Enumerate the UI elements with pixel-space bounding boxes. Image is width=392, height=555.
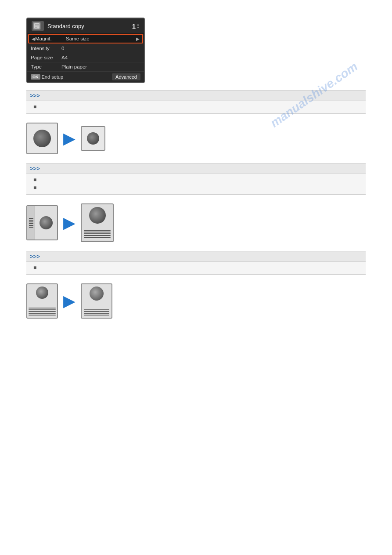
note-item-3-1: ■ <box>33 264 359 272</box>
oline-1 <box>84 309 109 310</box>
source-doc-2 <box>26 205 58 240</box>
count-arrows: ▲ ▼ <box>137 23 140 29</box>
source-circle-1 <box>33 130 51 147</box>
type-label: Type <box>31 64 61 69</box>
note-header-1: >>> <box>26 90 366 101</box>
device-screen-wrapper: Standard copy 1 ▲ ▼ ◀ Magnif. Same size <box>26 18 366 83</box>
dest-lines-3 <box>84 309 109 316</box>
cline-3 <box>84 233 111 234</box>
arrow-2: ▶ <box>63 214 76 232</box>
tl-4 <box>29 313 56 314</box>
screen-header-left: Standard copy <box>32 21 84 31</box>
source-doc-3 <box>26 283 58 319</box>
screen-footer: OK End setup Advanced <box>27 72 144 82</box>
note-item-2-1: ■ <box>33 176 359 184</box>
note-bullet-3-1: ■ <box>33 265 37 271</box>
cline-2 <box>84 232 111 232</box>
oline-2 <box>84 311 109 312</box>
note-item-2-2: ■ <box>33 184 359 192</box>
arrow-1: ▶ <box>63 129 76 148</box>
device-screen: Standard copy 1 ▲ ▼ ◀ Magnif. Same size <box>26 18 145 83</box>
note-header-3: >>> <box>26 251 366 262</box>
bline-1 <box>29 218 33 219</box>
tl-5 <box>29 315 56 316</box>
intensity-label: Intensity <box>31 46 61 51</box>
diagram-section-1: ▶ <box>26 123 366 154</box>
bline-2 <box>29 220 33 221</box>
diagram-section-3: ▶ <box>26 283 366 319</box>
arrow-3: ▶ <box>63 292 76 310</box>
main-area-3 <box>27 284 57 318</box>
note-bullet-2-1: ■ <box>33 177 37 183</box>
tl-1 <box>29 308 56 308</box>
barcode-left <box>27 206 35 239</box>
dest-lines-2 <box>84 230 111 239</box>
note-body-1: ■ <box>26 101 366 114</box>
diagram-section-2: ▶ <box>26 203 366 242</box>
note-bullet-2-2: ■ <box>33 185 37 191</box>
note-arrows-3: >>> <box>30 253 40 260</box>
end-setup-label: End setup <box>42 74 64 80</box>
oline-3 <box>84 313 109 314</box>
dest-circle-3 <box>90 287 104 301</box>
note-arrows-1: >>> <box>30 92 40 99</box>
screen-title: Standard copy <box>47 23 84 29</box>
note-header-2: >>> <box>26 163 366 174</box>
source-doc-1 <box>26 123 58 154</box>
arrow-right-icon: ▶ <box>136 36 140 41</box>
tl-3 <box>29 311 56 312</box>
pagesize-label: Page size <box>31 55 61 60</box>
cline-1 <box>84 230 111 231</box>
source-lines-3 <box>29 308 56 316</box>
note-section-3: >>> ■ <box>26 251 366 275</box>
screen-row-intensity: Intensity 0 <box>27 44 144 53</box>
bline-4 <box>29 223 33 224</box>
magnif-label: Magnif. <box>35 36 66 41</box>
screen-row-magnif[interactable]: ◀ Magnif. Same size ▶ <box>28 34 143 44</box>
dest-doc-3 <box>81 283 112 319</box>
intensity-value: 0 <box>61 46 140 51</box>
screen-header: Standard copy 1 ▲ ▼ <box>27 18 144 33</box>
screen-row-type: Type Plain paper <box>27 62 144 72</box>
tl-2 <box>29 309 56 310</box>
screen-row-pagesize: Page size A4 <box>27 53 144 62</box>
screen-body: ◀ Magnif. Same size ▶ Intensity 0 Page s… <box>27 34 144 72</box>
bline-3 <box>29 221 33 222</box>
source-circle-3 <box>36 287 48 299</box>
dest-doc-1 <box>81 126 105 151</box>
note-section-2: >>> ■ ■ <box>26 163 366 195</box>
note-item-1-1: ■ <box>33 103 359 111</box>
type-value: Plain paper <box>61 64 140 69</box>
pagesize-value: A4 <box>61 55 140 60</box>
arrow-left-icon: ◀ <box>32 36 35 41</box>
barcode-circle <box>40 216 53 229</box>
oline-4 <box>84 315 109 316</box>
page-container: manualshive.com Standard copy <box>0 0 392 555</box>
cline-4 <box>84 235 111 236</box>
document-icon <box>32 21 44 31</box>
screen-count: 1 ▲ ▼ <box>132 22 140 30</box>
dest-circle-2 <box>89 207 106 224</box>
bline-6 <box>29 227 33 228</box>
magnif-value: Same size <box>66 36 136 41</box>
dest-circle-1 <box>87 132 99 145</box>
screen-ok: OK End setup <box>31 74 63 80</box>
note-arrows-2: >>> <box>30 165 40 172</box>
note-body-3: ■ <box>26 262 366 275</box>
note-section-1: >>> ■ <box>26 90 366 114</box>
note-bullet: ■ <box>33 104 37 110</box>
barcode-right <box>35 206 57 239</box>
screen-advanced[interactable]: Advanced <box>112 73 140 80</box>
ok-badge: OK <box>31 74 40 80</box>
dest-doc-2 <box>81 203 114 242</box>
bline-5 <box>29 225 33 226</box>
cline-5 <box>84 237 111 238</box>
note-body-2: ■ ■ <box>26 174 366 195</box>
